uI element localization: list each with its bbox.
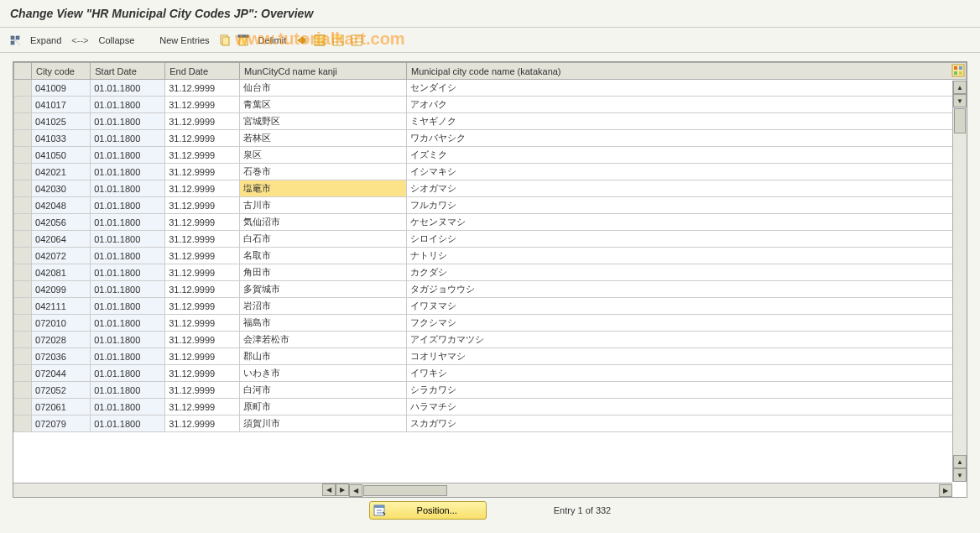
cell-katakana[interactable]: ワカバヤシク <box>407 130 967 147</box>
cell-citycode[interactable]: 042056 <box>32 214 91 231</box>
cell-enddate[interactable]: 31.12.9999 <box>165 382 240 399</box>
cell-kanji[interactable]: 岩沼市 <box>240 298 407 315</box>
cell-enddate[interactable]: 31.12.9999 <box>165 281 240 298</box>
cell-startdate[interactable]: 01.01.1800 <box>91 80 165 97</box>
select-block-icon[interactable] <box>331 34 345 47</box>
cell-citycode[interactable]: 042072 <box>32 248 91 264</box>
table-row[interactable]: 04103301.01.180031.12.9999若林区ワカバヤシク <box>14 130 967 147</box>
row-selector[interactable] <box>14 197 32 214</box>
cell-startdate[interactable]: 01.01.1800 <box>91 332 165 348</box>
column-header-kanji[interactable]: MunCityCd name kanji <box>240 63 407 80</box>
cell-enddate[interactable]: 31.12.9999 <box>165 180 240 197</box>
cell-enddate[interactable]: 31.12.9999 <box>165 130 240 147</box>
scroll-down-button[interactable]: ▼ <box>953 468 967 482</box>
cell-kanji[interactable]: いわき市 <box>240 365 407 382</box>
cell-enddate[interactable]: 31.12.9999 <box>165 415 240 432</box>
cell-enddate[interactable]: 31.12.9999 <box>165 248 240 264</box>
row-selector[interactable] <box>14 415 32 432</box>
table-row[interactable]: 07205201.01.180031.12.9999白河市シラカワシ <box>14 382 967 399</box>
row-selector[interactable] <box>14 281 32 298</box>
cell-kanji[interactable]: 多賀城市 <box>240 281 407 298</box>
cell-startdate[interactable]: 01.01.1800 <box>91 264 165 281</box>
table-row[interactable]: 04102501.01.180031.12.9999宮城野区ミヤギノク <box>14 113 967 130</box>
cell-citycode[interactable]: 042021 <box>32 164 91 180</box>
row-selector[interactable] <box>14 298 32 315</box>
cell-citycode[interactable]: 072044 <box>32 365 91 382</box>
table-row[interactable]: 04203001.01.180031.12.9999塩竈市シオガマシ <box>14 180 967 197</box>
scroll-up-page-button[interactable]: ▼ <box>953 94 967 107</box>
cell-kanji[interactable]: 宮城野区 <box>240 113 407 130</box>
cell-enddate[interactable]: 31.12.9999 <box>165 231 240 248</box>
table-row[interactable]: 07204401.01.180031.12.9999いわき市イワキシ <box>14 365 967 382</box>
row-selector[interactable] <box>14 399 32 415</box>
cell-startdate[interactable]: 01.01.1800 <box>91 281 165 298</box>
cell-startdate[interactable]: 01.01.1800 <box>91 113 165 130</box>
cell-citycode[interactable]: 042081 <box>32 264 91 281</box>
new-entries-button[interactable]: New Entries <box>156 35 212 45</box>
cell-katakana[interactable]: アイズワカマツシ <box>407 332 967 348</box>
table-row[interactable]: 04209901.01.180031.12.9999多賀城市タガジョウウシ <box>14 281 967 298</box>
table-row[interactable]: 04100901.01.180031.12.9999仙台市センダイシ <box>14 80 967 97</box>
cell-kanji[interactable]: 白河市 <box>240 382 407 399</box>
cell-enddate[interactable]: 31.12.9999 <box>165 113 240 130</box>
copy-icon[interactable] <box>218 34 232 47</box>
vscroll-track[interactable] <box>953 107 967 455</box>
table-settings-icon[interactable] <box>951 64 965 77</box>
row-selector[interactable] <box>14 332 32 348</box>
cell-katakana[interactable]: センダイシ <box>407 80 967 97</box>
position-button[interactable]: Position... <box>369 501 487 520</box>
cell-katakana[interactable]: イワヌマシ <box>407 298 967 315</box>
delete-icon[interactable] <box>237 34 250 47</box>
cell-startdate[interactable]: 01.01.1800 <box>91 214 165 231</box>
cell-kanji[interactable]: 白石市 <box>240 231 407 248</box>
table-row[interactable]: 07206101.01.180031.12.9999原町市ハラマチシ <box>14 399 967 415</box>
scroll-up-button[interactable]: ▲ <box>953 81 967 94</box>
table-row[interactable]: 07207901.01.180031.12.9999須賀川市スカガワシ <box>14 415 967 432</box>
cell-startdate[interactable]: 01.01.1800 <box>91 348 165 365</box>
cell-kanji[interactable]: 郡山市 <box>240 348 407 365</box>
column-header-enddate[interactable]: End Date <box>165 63 240 80</box>
cell-startdate[interactable]: 01.01.1800 <box>91 130 165 147</box>
cell-citycode[interactable]: 042030 <box>32 180 91 197</box>
cell-katakana[interactable]: ナトリシ <box>407 248 967 264</box>
cell-kanji[interactable]: 名取市 <box>240 248 407 264</box>
cell-startdate[interactable]: 01.01.1800 <box>91 197 165 214</box>
column-header-katakana[interactable]: Municipal city code name (katakana) <box>407 63 967 80</box>
vscroll-thumb[interactable] <box>954 108 966 133</box>
cell-startdate[interactable]: 01.01.1800 <box>91 399 165 415</box>
table-row[interactable]: 04208101.01.180031.12.9999角田市カクダシ <box>14 264 967 281</box>
column-header-citycode[interactable]: City code <box>32 63 91 80</box>
row-selector[interactable] <box>14 382 32 399</box>
row-selector-header[interactable] <box>14 63 32 80</box>
deselect-all-icon[interactable] <box>350 34 363 47</box>
cell-startdate[interactable]: 01.01.1800 <box>91 298 165 315</box>
table-row[interactable]: 04105001.01.180031.12.9999泉区イズミク <box>14 147 967 164</box>
collapse-button[interactable]: Collapse <box>96 35 138 45</box>
cell-enddate[interactable]: 31.12.9999 <box>165 197 240 214</box>
cell-kanji[interactable]: 泉区 <box>240 147 407 164</box>
cell-startdate[interactable]: 01.01.1800 <box>91 382 165 399</box>
cell-citycode[interactable]: 072036 <box>32 348 91 365</box>
cell-citycode[interactable]: 072052 <box>32 382 91 399</box>
cell-startdate[interactable]: 01.01.1800 <box>91 365 165 382</box>
cell-kanji[interactable]: 青葉区 <box>240 97 407 113</box>
cell-startdate[interactable]: 01.01.1800 <box>91 231 165 248</box>
table-row[interactable]: 04211101.01.180031.12.9999岩沼市イワヌマシ <box>14 298 967 315</box>
cell-enddate[interactable]: 31.12.9999 <box>165 332 240 348</box>
cell-kanji[interactable]: 気仙沼市 <box>240 214 407 231</box>
row-selector[interactable] <box>14 180 32 197</box>
cell-katakana[interactable]: コオリヤマシ <box>407 348 967 365</box>
cell-enddate[interactable]: 31.12.9999 <box>165 80 240 97</box>
cell-kanji[interactable]: 古川市 <box>240 197 407 214</box>
table-row[interactable]: 07203601.01.180031.12.9999郡山市コオリヤマシ <box>14 348 967 365</box>
cell-katakana[interactable]: フクシマシ <box>407 315 967 332</box>
cell-katakana[interactable]: フルカワシ <box>407 197 967 214</box>
cell-startdate[interactable]: 01.01.1800 <box>91 415 165 432</box>
cell-enddate[interactable]: 31.12.9999 <box>165 399 240 415</box>
cell-katakana[interactable]: カクダシ <box>407 264 967 281</box>
table-row[interactable]: 04206401.01.180031.12.9999白石市シロイシシ <box>14 231 967 248</box>
cell-kanji[interactable]: 角田市 <box>240 264 407 281</box>
table-row[interactable]: 04207201.01.180031.12.9999名取市ナトリシ <box>14 248 967 264</box>
vertical-scrollbar[interactable]: ▲ ▼ ▲ ▼ <box>952 81 967 482</box>
cell-citycode[interactable]: 072061 <box>32 399 91 415</box>
